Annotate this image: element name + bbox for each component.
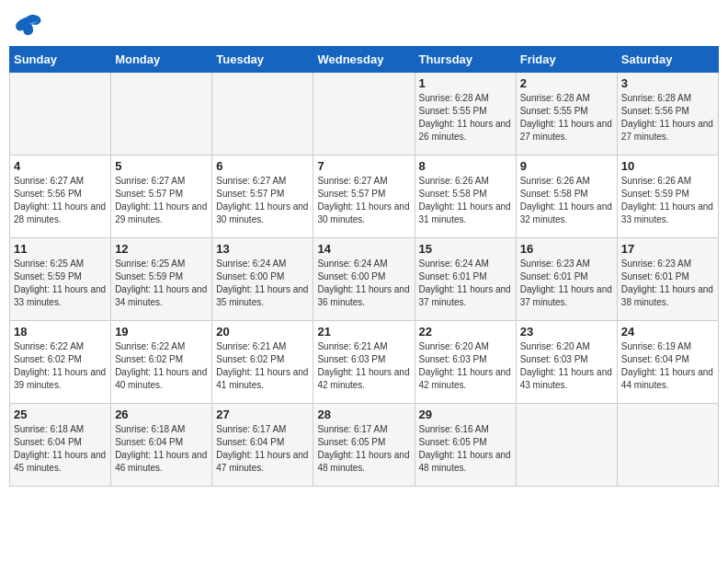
day-number: 15 (419, 242, 512, 256)
day-number: 25 (14, 408, 107, 421)
day-number: 23 (520, 325, 613, 339)
logo-icon (13, 13, 42, 39)
day-info: Sunrise: 6:25 AM Sunset: 5:59 PM Dayligh… (14, 258, 107, 309)
day-number: 26 (115, 408, 208, 421)
day-info: Sunrise: 6:24 AM Sunset: 6:01 PM Dayligh… (419, 258, 512, 309)
calendar-cell: 16Sunrise: 6:23 AM Sunset: 6:01 PM Dayli… (516, 238, 617, 321)
day-number: 28 (317, 408, 410, 421)
calendar-cell: 17Sunrise: 6:23 AM Sunset: 6:01 PM Dayli… (617, 238, 718, 321)
day-info: Sunrise: 6:27 AM Sunset: 5:57 PM Dayligh… (115, 175, 208, 226)
day-info: Sunrise: 6:24 AM Sunset: 6:00 PM Dayligh… (317, 258, 410, 309)
day-info: Sunrise: 6:18 AM Sunset: 6:04 PM Dayligh… (115, 423, 208, 475)
calendar-cell: 7Sunrise: 6:27 AM Sunset: 5:57 PM Daylig… (313, 155, 415, 238)
day-number: 1 (419, 76, 512, 90)
day-info: Sunrise: 6:28 AM Sunset: 5:56 PM Dayligh… (621, 92, 714, 144)
day-info: Sunrise: 6:28 AM Sunset: 5:55 PM Dayligh… (419, 92, 512, 144)
calendar-week-row: 1Sunrise: 6:28 AM Sunset: 5:55 PM Daylig… (10, 73, 719, 155)
day-number: 18 (14, 325, 107, 339)
day-number: 27 (216, 408, 309, 421)
calendar-cell: 9Sunrise: 6:26 AM Sunset: 5:58 PM Daylig… (516, 155, 617, 238)
day-info: Sunrise: 6:25 AM Sunset: 5:59 PM Dayligh… (115, 258, 208, 309)
calendar-cell: 12Sunrise: 6:25 AM Sunset: 5:59 PM Dayli… (111, 238, 212, 321)
day-info: Sunrise: 6:19 AM Sunset: 6:04 PM Dayligh… (621, 340, 714, 392)
day-info: Sunrise: 6:27 AM Sunset: 5:56 PM Dayligh… (14, 175, 107, 226)
day-info: Sunrise: 6:20 AM Sunset: 6:03 PM Dayligh… (520, 340, 613, 392)
calendar-cell (516, 404, 617, 487)
day-info: Sunrise: 6:26 AM Sunset: 5:58 PM Dayligh… (520, 175, 613, 226)
calendar-cell (111, 73, 212, 155)
calendar-cell: 6Sunrise: 6:27 AM Sunset: 5:57 PM Daylig… (212, 155, 313, 238)
day-number: 12 (115, 242, 208, 256)
calendar-cell: 19Sunrise: 6:22 AM Sunset: 6:02 PM Dayli… (111, 321, 212, 404)
calendar-cell: 15Sunrise: 6:24 AM Sunset: 6:01 PM Dayli… (415, 238, 516, 321)
day-number: 7 (317, 159, 410, 173)
calendar-cell (313, 73, 415, 155)
weekday-header: Wednesday (313, 47, 415, 73)
day-info: Sunrise: 6:22 AM Sunset: 6:02 PM Dayligh… (14, 340, 107, 392)
calendar-cell: 5Sunrise: 6:27 AM Sunset: 5:57 PM Daylig… (111, 155, 212, 238)
calendar-cell: 27Sunrise: 6:17 AM Sunset: 6:04 PM Dayli… (212, 404, 313, 487)
calendar-cell: 8Sunrise: 6:26 AM Sunset: 5:58 PM Daylig… (415, 155, 516, 238)
day-info: Sunrise: 6:24 AM Sunset: 6:00 PM Dayligh… (216, 258, 309, 309)
day-number: 24 (621, 325, 714, 339)
day-number: 17 (621, 242, 714, 256)
weekday-header: Sunday (10, 47, 111, 73)
calendar-cell (617, 404, 718, 487)
day-number: 20 (216, 325, 309, 339)
calendar-week-row: 4Sunrise: 6:27 AM Sunset: 5:56 PM Daylig… (10, 155, 719, 238)
day-number: 16 (520, 242, 613, 256)
day-number: 4 (14, 159, 107, 173)
day-info: Sunrise: 6:26 AM Sunset: 5:59 PM Dayligh… (621, 175, 714, 226)
calendar-cell: 28Sunrise: 6:17 AM Sunset: 6:05 PM Dayli… (313, 404, 415, 487)
calendar-cell: 11Sunrise: 6:25 AM Sunset: 5:59 PM Dayli… (10, 238, 111, 321)
calendar-cell: 20Sunrise: 6:21 AM Sunset: 6:02 PM Dayli… (212, 321, 313, 404)
calendar-cell: 13Sunrise: 6:24 AM Sunset: 6:00 PM Dayli… (212, 238, 313, 321)
day-number: 29 (419, 408, 512, 421)
calendar-table: SundayMondayTuesdayWednesdayThursdayFrid… (9, 46, 719, 487)
day-number: 2 (520, 76, 613, 90)
calendar-cell: 25Sunrise: 6:18 AM Sunset: 6:04 PM Dayli… (10, 404, 111, 487)
day-info: Sunrise: 6:23 AM Sunset: 6:01 PM Dayligh… (621, 258, 714, 309)
calendar-cell: 1Sunrise: 6:28 AM Sunset: 5:55 PM Daylig… (415, 73, 516, 155)
day-info: Sunrise: 6:16 AM Sunset: 6:05 PM Dayligh… (419, 423, 512, 475)
weekday-header: Monday (111, 47, 212, 73)
calendar-cell: 2Sunrise: 6:28 AM Sunset: 5:55 PM Daylig… (516, 73, 617, 155)
day-info: Sunrise: 6:18 AM Sunset: 6:04 PM Dayligh… (14, 423, 107, 475)
day-number: 14 (317, 242, 410, 256)
day-info: Sunrise: 6:21 AM Sunset: 6:02 PM Dayligh… (216, 340, 309, 392)
calendar-week-row: 25Sunrise: 6:18 AM Sunset: 6:04 PM Dayli… (10, 404, 719, 487)
calendar-cell: 21Sunrise: 6:21 AM Sunset: 6:03 PM Dayli… (313, 321, 415, 404)
day-number: 11 (14, 242, 107, 256)
weekday-header-row: SundayMondayTuesdayWednesdayThursdayFrid… (10, 47, 719, 73)
day-number: 6 (216, 159, 309, 173)
day-number: 8 (419, 159, 512, 173)
calendar-cell: 24Sunrise: 6:19 AM Sunset: 6:04 PM Dayli… (617, 321, 718, 404)
day-number: 22 (419, 325, 512, 339)
header (9, 9, 719, 39)
day-number: 13 (216, 242, 309, 256)
day-info: Sunrise: 6:26 AM Sunset: 5:58 PM Dayligh… (419, 175, 512, 226)
logo (13, 13, 46, 39)
calendar-cell: 26Sunrise: 6:18 AM Sunset: 6:04 PM Dayli… (111, 404, 212, 487)
day-info: Sunrise: 6:17 AM Sunset: 6:05 PM Dayligh… (317, 423, 410, 475)
weekday-header: Tuesday (212, 47, 313, 73)
calendar-week-row: 11Sunrise: 6:25 AM Sunset: 5:59 PM Dayli… (10, 238, 719, 321)
day-info: Sunrise: 6:23 AM Sunset: 6:01 PM Dayligh… (520, 258, 613, 309)
day-info: Sunrise: 6:27 AM Sunset: 5:57 PM Dayligh… (317, 175, 410, 226)
calendar-week-row: 18Sunrise: 6:22 AM Sunset: 6:02 PM Dayli… (10, 321, 719, 404)
calendar-cell: 4Sunrise: 6:27 AM Sunset: 5:56 PM Daylig… (10, 155, 111, 238)
day-info: Sunrise: 6:27 AM Sunset: 5:57 PM Dayligh… (216, 175, 309, 226)
day-number: 3 (621, 76, 714, 90)
day-number: 21 (317, 325, 410, 339)
calendar-cell: 10Sunrise: 6:26 AM Sunset: 5:59 PM Dayli… (617, 155, 718, 238)
day-number: 10 (621, 159, 714, 173)
day-number: 9 (520, 159, 613, 173)
day-info: Sunrise: 6:17 AM Sunset: 6:04 PM Dayligh… (216, 423, 309, 475)
calendar-cell: 23Sunrise: 6:20 AM Sunset: 6:03 PM Dayli… (516, 321, 617, 404)
day-info: Sunrise: 6:21 AM Sunset: 6:03 PM Dayligh… (317, 340, 410, 392)
calendar-cell: 29Sunrise: 6:16 AM Sunset: 6:05 PM Dayli… (415, 404, 516, 487)
weekday-header: Thursday (415, 47, 516, 73)
day-info: Sunrise: 6:28 AM Sunset: 5:55 PM Dayligh… (520, 92, 613, 144)
weekday-header: Saturday (617, 47, 718, 73)
weekday-header: Friday (516, 47, 617, 73)
